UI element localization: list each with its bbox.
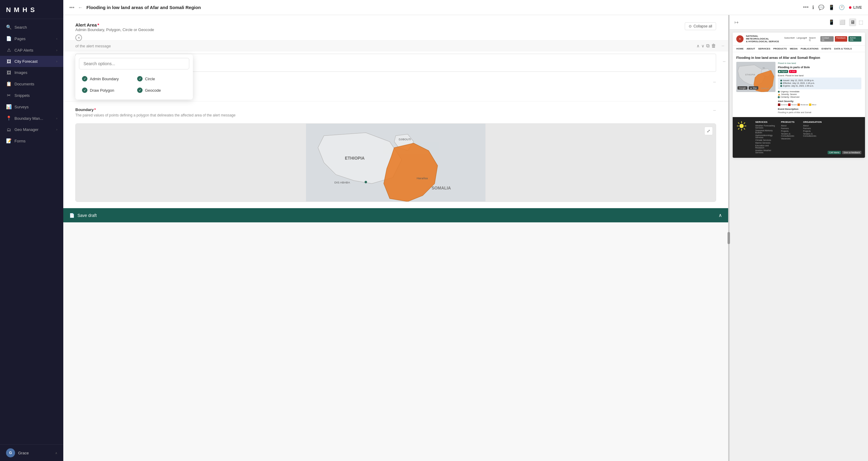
- severity-section: Alert Severity Extreme Sever: [778, 100, 861, 106]
- chevron-up-button[interactable]: ∧: [696, 44, 700, 48]
- nav-publications[interactable]: PUBLICATIONS: [801, 47, 818, 50]
- option-admin-boundary[interactable]: ✓ Admin Boundary: [79, 74, 134, 83]
- nav-events[interactable]: EVENTS: [822, 47, 831, 50]
- admin-btn[interactable]: Admin Info: [848, 36, 861, 41]
- give-feedback-footer-btn[interactable]: Give us feedback: [842, 151, 861, 154]
- preview-event-title: Flooding in parts of Bole: [778, 66, 861, 69]
- cap-alerts-footer-btn[interactable]: CAP Alerts: [828, 151, 841, 154]
- preview-panel: ↦ 📱 ⬜ 🖥 ⬚ N NATIONAL METEOROLOGICAL& HYD…: [730, 15, 868, 461]
- preview-site-name: NATIONAL METEOROLOGICAL& HYDROLOGICAL SE…: [746, 35, 782, 43]
- close-button[interactable]: ✕: [75, 34, 82, 41]
- footer-logo: [736, 121, 747, 154]
- boundary-hint: The paired values of points defining a p…: [75, 113, 236, 117]
- subscribe-link[interactable]: Subscribe▾: [784, 37, 795, 41]
- footer-col-item[interactable]: Projects: [803, 130, 822, 132]
- history-button[interactable]: 🕐: [839, 4, 845, 10]
- footer-col-item[interactable]: Tenders & Consultancies: [803, 133, 822, 137]
- external-link-button[interactable]: ⬚: [859, 19, 863, 25]
- sidebar-item-boundary-man[interactable]: 📍 Boundary Man... ›: [0, 113, 63, 124]
- map-btn[interactable]: ▲ Map: [749, 86, 758, 90]
- footer-col-item[interactable]: Climate Services: [755, 139, 776, 141]
- dot-icon: [780, 82, 782, 84]
- row-action-btns: ∧ ∨ ⧉ 🗑: [696, 43, 716, 49]
- sidebar-item-search[interactable]: 🔍 Search: [0, 22, 63, 33]
- back-button[interactable]: •••: [69, 5, 74, 10]
- nav-products[interactable]: PRODUCTS: [773, 47, 787, 50]
- footer-col-item[interactable]: Education and Research: [755, 145, 776, 149]
- save-draft-button[interactable]: 📄 Save draft: [69, 213, 97, 218]
- footer-col-item[interactable]: Projects: [781, 130, 798, 132]
- search-options-input[interactable]: [79, 58, 189, 69]
- severe-color: [788, 104, 790, 106]
- nav-home[interactable]: HOME: [736, 47, 744, 50]
- nav-data-tools[interactable]: DATA & TOOLS: [834, 47, 852, 50]
- collapse-all-button[interactable]: ⊙ Collapse all: [685, 22, 716, 30]
- preview-action-btns: Contact Us Feedback Admin Info: [820, 36, 862, 41]
- sidebar-item-label: Geo Manager: [14, 127, 53, 132]
- search-link[interactable]: Search Q: [809, 37, 818, 41]
- footer-col-item[interactable]: About: [803, 124, 822, 127]
- preview-info-box: Issued: July 12, 2023, 10:38 p.m. Effect…: [778, 78, 861, 89]
- mobile-device-button[interactable]: 📱: [827, 18, 836, 26]
- more-options-button[interactable]: •••: [803, 4, 809, 10]
- sidebar-item-forms[interactable]: 📝 Forms: [0, 135, 63, 147]
- footer-col-item[interactable]: Farmers: [781, 127, 798, 129]
- language-link[interactable]: Language▾: [797, 37, 807, 41]
- preview-map-toggle-btns: Google ▲ Map: [738, 86, 758, 90]
- sidebar-footer[interactable]: G Grace ∧: [0, 444, 63, 461]
- sidebar-item-label: Boundary Man...: [14, 116, 53, 121]
- nav-services[interactable]: SERVICES: [758, 47, 770, 50]
- nav-about[interactable]: ABOUT: [747, 47, 755, 50]
- contact-btn[interactable]: Contact Us: [820, 36, 834, 41]
- preview-flood-link[interactable]: Flood in low land: [778, 62, 861, 64]
- desktop-device-button[interactable]: 🖥: [849, 19, 856, 26]
- sidebar-item-snippets[interactable]: ✂ Snippets: [0, 90, 63, 101]
- footer-col-services: SERVICES Weather Forecasting Services Se…: [755, 121, 776, 154]
- footer-col-item[interactable]: Hydrometeorology Services: [755, 134, 776, 139]
- map-expand-button[interactable]: ⤢: [704, 127, 713, 135]
- footer-col-item[interactable]: Marine Services: [755, 142, 776, 144]
- delete-button[interactable]: 🗑: [711, 43, 716, 49]
- info-button[interactable]: ℹ: [812, 4, 814, 10]
- sidebar-item-geo-manager[interactable]: 🗂 Geo Manager ›: [0, 124, 63, 135]
- feedback-btn[interactable]: Feedback: [835, 36, 847, 41]
- live-button[interactable]: LIVE: [849, 5, 862, 10]
- nav-back-button[interactable]: ←: [78, 5, 83, 10]
- sidebar-item-label: Snippets: [14, 93, 57, 98]
- option-draw-polygon[interactable]: ✓ Draw Polygon: [79, 86, 134, 95]
- live-label: LIVE: [853, 5, 862, 10]
- snippets-icon: ✂: [6, 93, 11, 98]
- footer-col-item[interactable]: Tenders & Consultancies: [781, 133, 798, 137]
- option-geocode[interactable]: ✓ Geocode: [134, 86, 189, 95]
- copy-button[interactable]: ⧉: [706, 43, 710, 49]
- sidebar-item-cap-alerts[interactable]: ⚠ CAP Alerts ›: [0, 45, 63, 56]
- footer-col-item[interactable]: Farmers: [803, 127, 822, 129]
- sidebar-item-pages[interactable]: 📄 Pages ›: [0, 33, 63, 45]
- chevron-right-icon: ›: [56, 128, 57, 131]
- sidebar-item-documents[interactable]: 📋 Documents: [0, 78, 63, 90]
- footer-col-organisation: ORGANISATION About Farmers Projects Tend…: [803, 121, 822, 154]
- preview-map-thumbnail: ETHIOPIA DJ. SOMALIA Google ▲ Map: [736, 62, 775, 92]
- chevron-down-button[interactable]: ∨: [701, 44, 704, 48]
- comment-button[interactable]: 💬: [818, 4, 824, 10]
- preview-expand-left-button[interactable]: ↦: [735, 19, 738, 25]
- footer-col-item[interactable]: Seasonal Advisory Bulletin: [755, 129, 776, 134]
- sidebar-item-images[interactable]: 🖼 Images: [0, 67, 63, 78]
- save-expand-button[interactable]: ∧: [718, 212, 722, 218]
- footer-col-item[interactable]: Aviation Weather Services: [755, 149, 776, 153]
- nav-media[interactable]: MEDIA: [790, 47, 798, 50]
- footer-col-item[interactable]: About: [781, 124, 798, 127]
- chevron-right-icon: ›: [56, 37, 57, 40]
- google-map-btn[interactable]: Google: [738, 86, 747, 90]
- mobile-preview-button[interactable]: 📱: [829, 4, 835, 10]
- chevron-right-icon: ›: [56, 117, 57, 120]
- svg-text:DIS ABABA: DIS ABABA: [335, 181, 350, 184]
- footer-col-item[interactable]: Weather Forecasting Services: [755, 124, 776, 129]
- sidebar-item-surveys[interactable]: 📊 Surveys: [0, 101, 63, 113]
- sidebar-item-city-forecast[interactable]: 🖼 City Forecast ›: [0, 56, 63, 67]
- option-circle[interactable]: ✓ Circle: [134, 74, 189, 83]
- preview-sidebar-info: Flood in low land Flooding in parts of B…: [778, 62, 861, 113]
- boundary-label: Boundary*: [75, 107, 236, 112]
- tablet-device-button[interactable]: ⬜: [838, 18, 846, 26]
- footer-col-item[interactable]: Vacancies: [781, 138, 798, 140]
